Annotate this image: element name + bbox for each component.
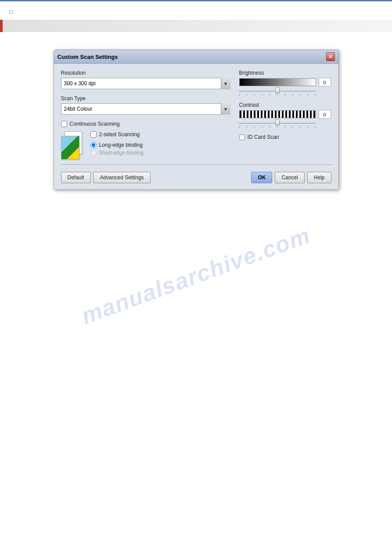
short-edge-row: Short-edge binding (90, 150, 230, 156)
id-card-row: ID Card Scan (239, 134, 331, 140)
dialog-divider (61, 164, 331, 165)
two-sided-scanning-label: 2-sided Scanning (99, 131, 140, 138)
tick (315, 126, 316, 128)
scan-type-label: Scan Type (61, 95, 230, 102)
brightness-slider-thumb-area (239, 87, 331, 96)
home-icon[interactable]: ⌂ (9, 7, 13, 15)
dialog-titlebar: Custom Scan Settings ✕ (54, 50, 338, 64)
dialog-container: Custom Scan Settings ✕ Resolution 300 x … (18, 41, 374, 199)
tick (300, 126, 301, 128)
section-header (0, 20, 392, 32)
continuous-scanning-row: Continuous Scanning (61, 121, 230, 127)
tick (270, 126, 270, 128)
watermark-area: manualsarchive.com (18, 199, 374, 352)
resolution-label: Resolution (61, 70, 230, 76)
help-button[interactable]: Help (307, 172, 331, 183)
brightness-value: 0 (319, 78, 331, 87)
dialog-left-column: Resolution 300 x 300 dpi ▼ Scan Type (61, 70, 230, 160)
contrast-slider-thumb-area (239, 120, 331, 128)
tick (270, 94, 270, 96)
tick (277, 126, 277, 128)
tick (247, 94, 247, 96)
top-rule (0, 0, 392, 1)
contrast-ticks (239, 126, 316, 128)
brightness-thumb[interactable] (275, 87, 280, 94)
tick (285, 126, 285, 128)
tick (292, 94, 293, 96)
button-row: Default Advanced Settings OK Cancel Help (61, 169, 331, 185)
tick (315, 94, 316, 96)
contrast-track-area: 0 (239, 110, 331, 119)
home-area: ⌂ (0, 5, 392, 20)
ok-button[interactable]: OK (251, 172, 272, 183)
scanning-options: 2-sided Scanning Long-edge binding Short… (90, 131, 230, 158)
continuous-scanning-label: Continuous Scanning (70, 121, 120, 127)
dialog-close-button[interactable]: ✕ (326, 52, 335, 61)
id-card-scan-checkbox[interactable] (239, 134, 245, 140)
short-edge-label: Short-edge binding (99, 150, 144, 156)
tick (285, 94, 285, 96)
tick (300, 94, 301, 96)
scan-page-front (61, 136, 79, 160)
advanced-settings-button[interactable]: Advanced Settings (94, 172, 151, 183)
contrast-value: 0 (319, 110, 331, 119)
tick (292, 126, 293, 128)
resolution-group: Resolution 300 x 300 dpi ▼ (61, 70, 230, 89)
custom-scan-settings-dialog: Custom Scan Settings ✕ Resolution 300 x … (54, 50, 339, 190)
page-content: Custom Scan Settings ✕ Resolution 300 x … (0, 41, 392, 352)
scan-preview-icon (61, 131, 85, 160)
dialog-body: Resolution 300 x 300 dpi ▼ Scan Type (54, 64, 338, 189)
two-sided-scanning-checkbox[interactable] (90, 131, 97, 138)
dialog-title: Custom Scan Settings (58, 54, 118, 60)
brightness-group: Brightness 0 (239, 70, 331, 96)
continuous-scanning-checkbox[interactable] (61, 121, 67, 127)
two-sided-scanning-row: 2-sided Scanning (90, 131, 230, 138)
tick (308, 94, 308, 96)
scanning-area: 2-sided Scanning Long-edge binding Short… (61, 131, 230, 160)
tick (262, 94, 263, 96)
cancel-button[interactable]: Cancel (275, 172, 304, 183)
contrast-thumb-track (239, 120, 316, 126)
brightness-track-area: 0 (239, 78, 331, 87)
scan-type-select[interactable]: 24bit Colour (61, 103, 230, 115)
brightness-thumb-track (239, 87, 316, 94)
resolution-select[interactable]: 300 x 300 dpi (61, 78, 230, 89)
contrast-group: Contrast 0 (239, 102, 331, 128)
default-button[interactable]: Default (61, 172, 91, 183)
resolution-select-wrapper: 300 x 300 dpi ▼ (61, 78, 230, 89)
tick (254, 94, 255, 96)
section-bar (3, 20, 392, 32)
id-card-scan-label: ID Card Scan (248, 134, 279, 140)
short-edge-radio[interactable] (90, 150, 97, 156)
dialog-right-column: Brightness 0 (239, 70, 331, 160)
tick (239, 126, 240, 128)
watermark-text: manualsarchive.com (78, 222, 314, 330)
button-spacer (153, 172, 249, 183)
scan-page-image (61, 136, 79, 159)
contrast-gradient-bar (239, 110, 316, 118)
long-edge-row: Long-edge binding (90, 142, 230, 148)
contrast-thumb[interactable] (275, 120, 280, 126)
contrast-label: Contrast (239, 102, 331, 108)
tick (308, 126, 308, 128)
tick (254, 126, 255, 128)
brightness-gradient-bar (239, 78, 316, 86)
scan-type-group: Scan Type 24bit Colour ▼ (61, 95, 230, 115)
long-edge-label: Long-edge binding (99, 142, 143, 148)
tick (247, 126, 247, 128)
brightness-ticks (239, 94, 316, 96)
dialog-columns: Resolution 300 x 300 dpi ▼ Scan Type (61, 70, 331, 160)
long-edge-radio[interactable] (90, 142, 97, 148)
tick (277, 94, 277, 96)
tick (262, 126, 263, 128)
scan-type-select-wrapper: 24bit Colour ▼ (61, 103, 230, 115)
tick (239, 94, 240, 96)
brightness-label: Brightness (239, 70, 331, 76)
